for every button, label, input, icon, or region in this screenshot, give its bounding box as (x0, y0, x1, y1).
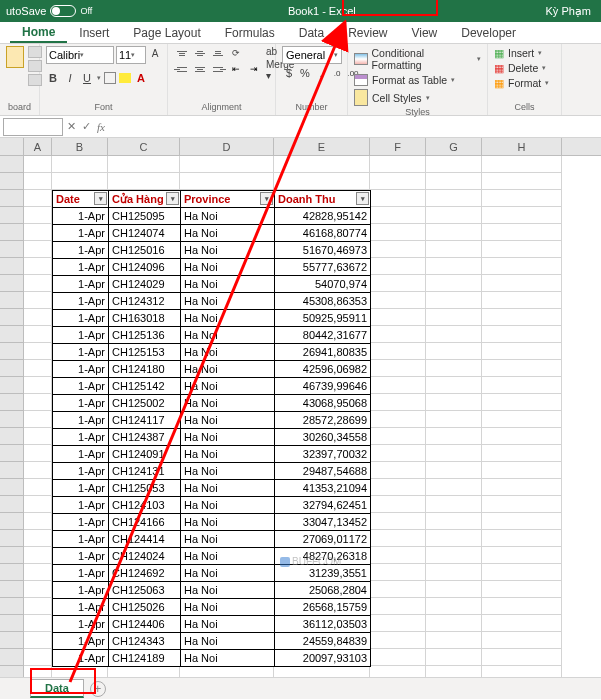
bold-button[interactable]: B (46, 71, 60, 85)
table-row[interactable]: 1-AprCH125016Ha Noi51670,46973 (53, 242, 371, 259)
cell-date[interactable]: 1-Apr (53, 514, 109, 531)
cell-date[interactable]: 1-Apr (53, 548, 109, 565)
cell-province[interactable]: Ha Noi (181, 208, 275, 225)
cancel-icon[interactable]: ✕ (67, 120, 76, 133)
cell-store[interactable]: CH125142 (109, 378, 181, 395)
cell-store[interactable]: CH125026 (109, 599, 181, 616)
table-row[interactable]: 1-AprCH124406Ha Noi36112,03503 (53, 616, 371, 633)
col-header-h[interactable]: H (482, 138, 562, 155)
increase-indent-icon[interactable]: ⇥ (246, 62, 262, 76)
align-center-icon[interactable] (192, 62, 208, 76)
align-middle-icon[interactable] (192, 46, 208, 60)
cell-revenue[interactable]: 36112,03503 (275, 616, 371, 633)
cell-revenue[interactable]: 25068,2804 (275, 582, 371, 599)
cell-date[interactable]: 1-Apr (53, 225, 109, 242)
tab-insert[interactable]: Insert (67, 22, 121, 43)
tab-page-layout[interactable]: Page Layout (121, 22, 212, 43)
paste-button[interactable] (6, 46, 24, 86)
table-row[interactable]: 1-AprCH125053Ha Noi41353,21094 (53, 480, 371, 497)
cell-province[interactable]: Ha Noi (181, 344, 275, 361)
filter-icon[interactable]: ▾ (166, 192, 179, 205)
cell-revenue[interactable]: 26941,80835 (275, 344, 371, 361)
cell-revenue[interactable]: 31239,3551 (275, 565, 371, 582)
tab-data[interactable]: Data (287, 22, 336, 43)
sheet-tab-data[interactable]: Data (30, 679, 84, 698)
table-row[interactable]: 1-AprCH125063Ha Noi25068,2804 (53, 582, 371, 599)
cell-store[interactable]: CH124117 (109, 412, 181, 429)
cell-revenue[interactable]: 48270,26318 (275, 548, 371, 565)
cell-store[interactable]: CH125016 (109, 242, 181, 259)
user-name[interactable]: Kỳ Phạm (545, 5, 601, 18)
cell-revenue[interactable]: 27069,01172 (275, 531, 371, 548)
cell-date[interactable]: 1-Apr (53, 361, 109, 378)
cell-store[interactable]: CH124103 (109, 497, 181, 514)
cell-date[interactable]: 1-Apr (53, 378, 109, 395)
decrease-indent-icon[interactable]: ⇤ (228, 62, 244, 76)
cell-province[interactable]: Ha Noi (181, 412, 275, 429)
cell-province[interactable]: Ha Noi (181, 310, 275, 327)
table-row[interactable]: 1-AprCH124074Ha Noi46168,80774 (53, 225, 371, 242)
cell-revenue[interactable]: 43068,95068 (275, 395, 371, 412)
cell-revenue[interactable]: 30260,34558 (275, 429, 371, 446)
cell-store[interactable]: CH125136 (109, 327, 181, 344)
cell-province[interactable]: Ha Noi (181, 565, 275, 582)
cell-date[interactable]: 1-Apr (53, 565, 109, 582)
table-row[interactable]: 1-AprCH124180Ha Noi42596,06982 (53, 361, 371, 378)
cell-province[interactable]: Ha Noi (181, 293, 275, 310)
formula-bar[interactable] (105, 118, 601, 136)
cell-revenue[interactable]: 32794,62451 (275, 497, 371, 514)
cell-province[interactable]: Ha Noi (181, 259, 275, 276)
cell-revenue[interactable]: 26568,15759 (275, 599, 371, 616)
cell-date[interactable]: 1-Apr (53, 327, 109, 344)
cell-store[interactable]: CH125053 (109, 480, 181, 497)
font-size-select[interactable]: 11 ▾ (116, 46, 146, 64)
col-header-g[interactable]: G (426, 138, 482, 155)
table-row[interactable]: 1-AprCH124131Ha Noi29487,54688 (53, 463, 371, 480)
cell-store[interactable]: CH125063 (109, 582, 181, 599)
cell-styles-button[interactable]: Cell Styles ▾ (354, 88, 481, 107)
cell-date[interactable]: 1-Apr (53, 344, 109, 361)
header-date[interactable]: Date▾ (53, 191, 109, 208)
font-name-select[interactable]: Calibri ▾ (46, 46, 114, 64)
cell-store[interactable]: CH125153 (109, 344, 181, 361)
col-header-d[interactable]: D (180, 138, 274, 155)
font-color-button[interactable]: A (134, 71, 148, 85)
col-header-f[interactable]: F (370, 138, 426, 155)
cell-store[interactable]: CH124406 (109, 616, 181, 633)
cell-province[interactable]: Ha Noi (181, 446, 275, 463)
cell-province[interactable]: Ha Noi (181, 480, 275, 497)
table-row[interactable]: 1-AprCH125153Ha Noi26941,80835 (53, 344, 371, 361)
table-row[interactable]: 1-AprCH124414Ha Noi27069,01172 (53, 531, 371, 548)
fill-color-button[interactable] (119, 73, 131, 83)
cell-province[interactable]: Ha Noi (181, 361, 275, 378)
table-row[interactable]: 1-AprCH125136Ha Noi80442,31677 (53, 327, 371, 344)
cell-revenue[interactable]: 80442,31677 (275, 327, 371, 344)
tab-view[interactable]: View (399, 22, 449, 43)
cell-store[interactable]: CH124387 (109, 429, 181, 446)
cell-province[interactable]: Ha Noi (181, 378, 275, 395)
cell-store[interactable]: CH124096 (109, 259, 181, 276)
add-sheet-button[interactable]: + (90, 681, 106, 697)
cell-province[interactable]: Ha Noi (181, 225, 275, 242)
underline-button[interactable]: U (80, 71, 94, 85)
cell-date[interactable]: 1-Apr (53, 259, 109, 276)
worksheet-grid[interactable]: Date▾ Cửa Hàng▾ Province▾ Doanh Thu▾ 1-A… (0, 156, 601, 679)
table-row[interactable]: 1-AprCH124343Ha Noi24559,84839 (53, 633, 371, 650)
orientation-icon[interactable]: ⟳ (228, 46, 244, 60)
cell-store[interactable]: CH163018 (109, 310, 181, 327)
cell-revenue[interactable]: 32397,70032 (275, 446, 371, 463)
table-row[interactable]: 1-AprCH163018Ha Noi50925,95911 (53, 310, 371, 327)
cell-store[interactable]: CH124414 (109, 531, 181, 548)
tab-home[interactable]: Home (10, 22, 67, 43)
cell-province[interactable]: Ha Noi (181, 242, 275, 259)
autosave-toggle[interactable]: utoSave Off (0, 5, 98, 17)
align-right-icon[interactable] (210, 62, 226, 76)
cell-store[interactable]: CH124692 (109, 565, 181, 582)
delete-cells-button[interactable]: ▦Delete ▾ (494, 61, 549, 75)
cell-date[interactable]: 1-Apr (53, 480, 109, 497)
cell-revenue[interactable]: 42828,95142 (275, 208, 371, 225)
cell-revenue[interactable]: 51670,46973 (275, 242, 371, 259)
cell-province[interactable]: Ha Noi (181, 276, 275, 293)
cell-store[interactable]: CH125002 (109, 395, 181, 412)
cell-revenue[interactable]: 24559,84839 (275, 633, 371, 650)
